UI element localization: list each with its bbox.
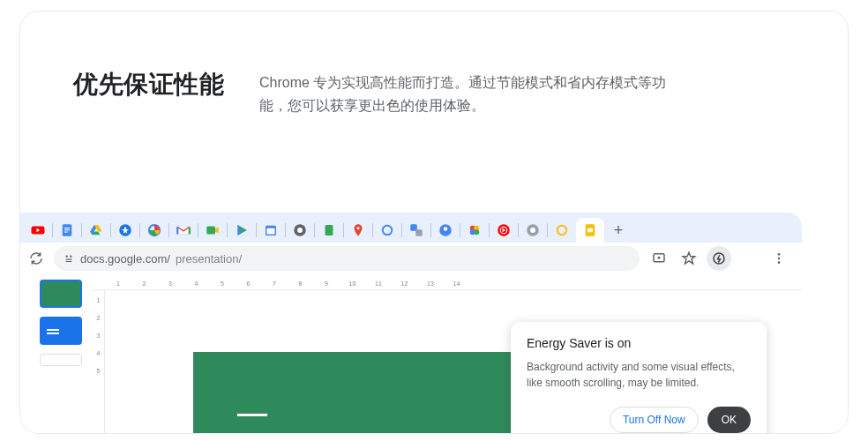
svg-rect-30 <box>587 228 593 233</box>
tab-youtube-music-icon[interactable] <box>491 218 516 243</box>
tab-play-icon[interactable] <box>229 218 254 243</box>
svg-point-12 <box>297 228 303 233</box>
new-tab-button[interactable]: + <box>608 220 629 241</box>
toolbar-actions <box>647 246 791 271</box>
svg-point-19 <box>444 227 448 231</box>
svg-rect-3 <box>64 229 70 230</box>
reload-icon[interactable] <box>26 248 47 269</box>
tab-docs-icon[interactable] <box>55 218 79 243</box>
tab-slides-active-icon[interactable] <box>576 218 604 243</box>
hero-description: Chrome 专为实现高性能而打造。通过节能模式和省内存模式等功能，您可以获享更… <box>259 71 674 116</box>
hero-section: 优先保证性能 Chrome 专为实现高性能而打造。通过节能模式和省内存模式等功能… <box>20 11 848 116</box>
svg-rect-13 <box>326 225 333 235</box>
tab-keep-icon[interactable] <box>317 218 341 243</box>
slides-content: 1 2 3 4 5 6 7 8 9 10 11 12 13 14 <box>20 274 802 434</box>
tab-calendar-icon[interactable] <box>258 218 283 243</box>
svg-point-27 <box>530 228 535 233</box>
svg-point-15 <box>383 226 393 235</box>
ruler-vertical: 1 2 3 4 5 <box>93 290 105 434</box>
popover-title: Energy Saver is on <box>527 336 751 350</box>
tab-photos-icon[interactable] <box>462 218 487 243</box>
popover-actions: Turn Off Now OK <box>527 407 751 433</box>
slide-thumbnail-2[interactable] <box>40 317 82 345</box>
tab-google2-icon[interactable] <box>375 218 400 243</box>
ruler-horizontal: 1 2 3 4 5 6 7 8 9 10 11 12 13 14 <box>93 278 802 290</box>
tab-meet-icon[interactable] <box>200 218 225 243</box>
tab-maps-icon[interactable] <box>346 218 370 243</box>
url-path: presentation/ <box>176 252 242 265</box>
svg-point-14 <box>357 227 360 229</box>
svg-point-38 <box>778 258 781 260</box>
tab-gmail-icon[interactable] <box>171 218 196 243</box>
tab-chrome-dark-icon[interactable] <box>288 218 312 243</box>
svg-rect-34 <box>66 261 72 262</box>
tab-translate-icon[interactable] <box>404 218 429 243</box>
slide-thumbnail-3[interactable] <box>40 354 82 366</box>
energy-saver-icon[interactable] <box>707 246 731 271</box>
tab-youtube-icon[interactable] <box>26 218 50 243</box>
tab-contacts-icon[interactable] <box>433 218 458 243</box>
tab-chrome-grey-icon[interactable] <box>520 218 545 243</box>
browser-toolbar: docs.google.com/presentation/ <box>20 243 802 274</box>
svg-rect-33 <box>66 259 72 260</box>
url-domain: docs.google.com/ <box>80 252 170 265</box>
popover-description: Background activity and some visual effe… <box>527 359 751 391</box>
tab-google-icon[interactable] <box>142 218 167 243</box>
svg-rect-16 <box>410 224 417 231</box>
tab-strip: + <box>20 213 802 243</box>
overflow-menu-icon[interactable] <box>767 246 791 271</box>
slide-thumbnail-1[interactable] <box>40 280 82 308</box>
svg-rect-8 <box>206 227 215 235</box>
svg-point-23 <box>470 229 475 235</box>
svg-point-32 <box>70 256 71 258</box>
profile-avatar-icon[interactable] <box>737 246 761 271</box>
svg-rect-4 <box>64 232 68 233</box>
bookmark-star-icon[interactable] <box>677 246 701 271</box>
tab-drive-icon[interactable] <box>84 218 108 243</box>
svg-rect-2 <box>64 228 70 228</box>
slide-thumbnails <box>20 274 82 434</box>
feature-card: 优先保证性能 Chrome 专为实现高性能而打造。通过节能模式和省内存模式等功能… <box>19 11 849 434</box>
slide-canvas-area: 1 2 3 4 5 6 7 8 9 10 11 12 13 14 <box>82 274 802 434</box>
site-settings-icon <box>63 252 75 265</box>
energy-saver-popover: Energy Saver is on Background activity a… <box>511 322 767 434</box>
address-bar[interactable]: docs.google.com/presentation/ <box>54 246 640 271</box>
browser-mock: + docs.google.com/presentation/ <box>20 213 802 434</box>
svg-point-31 <box>66 256 68 258</box>
create-shortcut-icon[interactable] <box>647 246 671 271</box>
svg-rect-10 <box>267 228 275 235</box>
svg-point-39 <box>778 261 781 264</box>
svg-point-37 <box>778 253 781 256</box>
hero-title: 优先保证性能 <box>73 68 224 116</box>
turn-off-button[interactable]: Turn Off Now <box>610 407 699 433</box>
svg-rect-17 <box>415 229 423 236</box>
svg-point-28 <box>557 226 567 235</box>
ok-button[interactable]: OK <box>707 407 751 433</box>
tab-google3-icon[interactable] <box>550 218 574 243</box>
tab-flights-icon[interactable] <box>113 218 138 243</box>
